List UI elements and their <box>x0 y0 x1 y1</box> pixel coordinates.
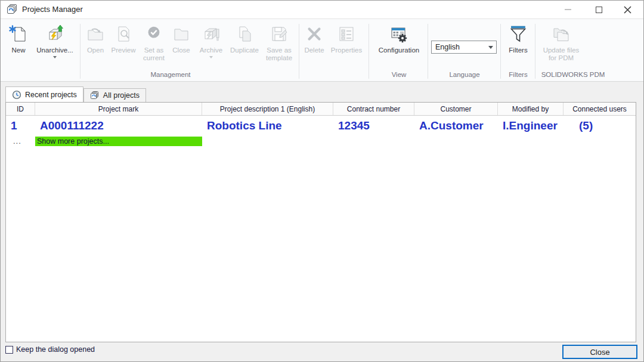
save-template-icon <box>269 24 289 44</box>
filters-button[interactable]: Filters <box>504 24 532 54</box>
group-label-view: View <box>371 71 426 78</box>
cell-project-mark: A000111222 <box>35 119 202 132</box>
minimize-icon <box>565 9 571 10</box>
check-circle-icon <box>144 24 164 44</box>
set-as-current-button: Set as current <box>139 24 169 62</box>
configuration-button[interactable]: Configuration <box>373 24 425 54</box>
title-bar: Projects Manager <box>1 1 643 18</box>
app-icon <box>7 4 18 16</box>
preview-icon <box>113 24 134 44</box>
column-header-id[interactable]: ID <box>6 103 35 115</box>
group-label-management: Management <box>114 71 227 78</box>
update-files-pdm-button: Update files for PDM <box>538 24 584 62</box>
maximize-button[interactable] <box>585 1 612 18</box>
unarchive-button[interactable]: Unarchive... <box>32 24 78 58</box>
preview-button: Preview <box>108 24 139 54</box>
delete-button: Delete <box>301 24 327 54</box>
archive-button-label: Archive <box>200 47 222 54</box>
new-icon <box>8 24 29 44</box>
new-button[interactable]: New <box>5 24 32 54</box>
save-as-template-label: Save as template <box>262 47 296 62</box>
projects-table: ID Project mark Project description 1 (E… <box>5 102 636 342</box>
window-title: Projects Manager <box>22 5 83 14</box>
show-more-projects-link[interactable]: Show more projects... <box>35 137 202 146</box>
clock-icon <box>12 90 21 100</box>
configuration-icon <box>389 24 409 44</box>
tab-recent-projects-label: Recent projects <box>25 91 77 99</box>
cell-description: Robotics Line <box>202 119 333 132</box>
unarchive-dropdown-icon[interactable] <box>53 56 57 58</box>
window-close-button[interactable] <box>614 1 641 18</box>
duplicate-button: Duplicate <box>227 24 262 54</box>
ribbon-toolbar: New Unarchive... <box>1 18 643 82</box>
cell-connected-users: (5) <box>564 119 636 132</box>
projects-tab-bar: Recent projects All projects <box>5 86 146 102</box>
new-button-label: New <box>11 47 25 54</box>
properties-icon <box>336 24 357 44</box>
duplicate-icon <box>234 24 255 44</box>
configuration-button-label: Configuration <box>379 47 419 54</box>
tab-all-projects-label: All projects <box>103 91 140 100</box>
preview-button-label: Preview <box>112 47 136 54</box>
table-header-row: ID Project mark Project description 1 (E… <box>6 103 636 116</box>
show-more-row: ... Show more projects... <box>6 135 636 147</box>
group-separator <box>535 24 535 79</box>
close-project-button: Close <box>168 24 194 54</box>
cell-customer: A.Customer <box>414 119 498 132</box>
maximize-icon <box>596 7 602 13</box>
delete-x-icon <box>304 24 324 44</box>
close-dialog-button[interactable]: Close <box>562 345 637 359</box>
group-label-language: Language <box>431 71 498 78</box>
properties-button: Properties <box>327 24 366 54</box>
cell-contract-number: 12345 <box>333 119 414 132</box>
folder-icon <box>171 24 191 44</box>
close-project-label: Close <box>172 47 190 54</box>
properties-button-label: Properties <box>331 47 362 54</box>
update-files-icon <box>551 24 571 44</box>
column-header-project-mark[interactable]: Project mark <box>35 103 202 115</box>
cell-id: 1 <box>6 119 35 132</box>
tab-recent-projects[interactable]: Recent projects <box>5 86 83 102</box>
more-row-ellipsis: ... <box>6 137 35 146</box>
projects-manager-window: Projects Manager New <box>0 0 644 362</box>
group-separator <box>299 24 299 79</box>
chevron-down-icon[interactable] <box>485 46 496 49</box>
unarchive-button-label: Unarchive... <box>36 47 73 54</box>
language-select[interactable]: English <box>431 41 497 54</box>
filters-funnel-icon <box>508 24 528 44</box>
keep-dialog-opened-row[interactable]: Keep the dialog opened <box>5 345 95 354</box>
column-header-description[interactable]: Project description 1 (English) <box>202 103 333 115</box>
group-separator <box>500 24 501 79</box>
column-header-connected-users[interactable]: Connected users <box>564 103 636 115</box>
group-separator <box>80 24 80 79</box>
filters-button-label: Filters <box>509 47 527 54</box>
tab-all-projects[interactable]: All projects <box>83 88 146 102</box>
group-separator <box>369 24 369 79</box>
duplicate-button-label: Duplicate <box>230 47 259 54</box>
table-row[interactable]: 1 A000111222 Robotics Line 12345 A.Custo… <box>6 116 636 135</box>
column-header-customer[interactable]: Customer <box>414 103 498 115</box>
minimize-button[interactable] <box>554 1 581 18</box>
open-folder-icon <box>85 24 106 44</box>
unarchive-icon <box>45 24 65 44</box>
delete-button-label: Delete <box>304 47 324 54</box>
cell-modified-by: I.Engineer <box>498 119 564 132</box>
stacked-projects-icon <box>90 91 100 100</box>
group-label-filters: Filters <box>503 71 534 78</box>
column-header-contract-number[interactable]: Contract number <box>333 103 414 115</box>
archive-icon <box>201 24 221 44</box>
open-button: Open <box>83 24 108 54</box>
archive-button: Archive <box>196 24 227 58</box>
archive-dropdown-icon <box>209 56 213 58</box>
open-button-label: Open <box>87 47 104 54</box>
group-label-solidworks-pdm: SOLIDWORKS PDM <box>536 71 610 78</box>
save-as-template-button: Save as template <box>262 24 296 62</box>
dialog-footer: Keep the dialog opened Close <box>1 342 643 362</box>
language-select-value: English <box>432 43 485 51</box>
update-files-pdm-label: Update files for PDM <box>538 47 584 62</box>
keep-dialog-opened-checkbox[interactable] <box>5 346 13 354</box>
set-as-current-label: Set as current <box>139 47 169 62</box>
column-header-modified-by[interactable]: Modified by <box>498 103 564 115</box>
group-separator <box>428 24 428 79</box>
close-icon <box>624 6 631 14</box>
